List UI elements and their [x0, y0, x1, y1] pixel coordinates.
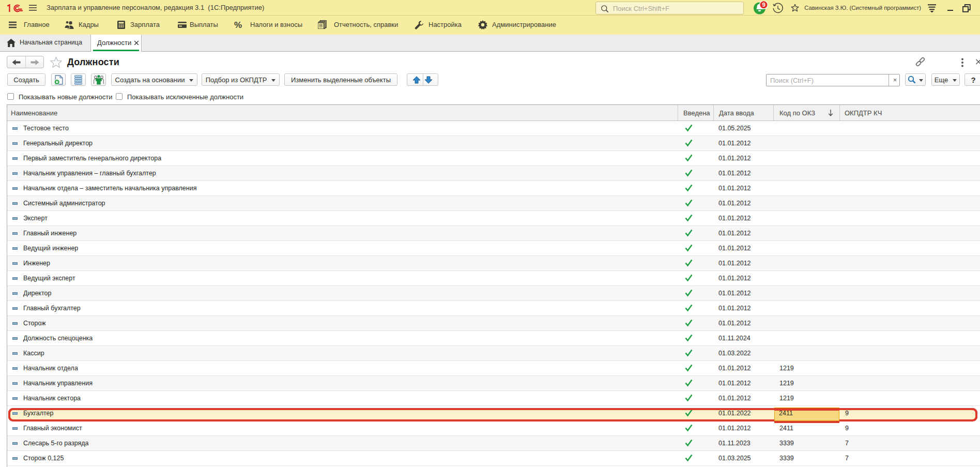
svg-text:9: 9	[762, 2, 765, 8]
